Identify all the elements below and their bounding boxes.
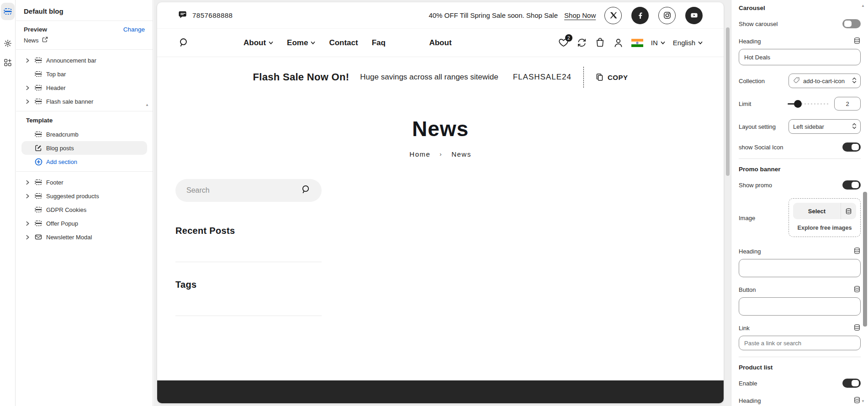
sidebar-item-label: Offer Popup xyxy=(46,220,78,227)
sidebar-item-offer-popup[interactable]: Offer Popup xyxy=(21,216,147,230)
dynamic-source-icon[interactable] xyxy=(853,37,861,46)
preview-heading: Preview xyxy=(24,26,47,33)
sidebar-item-label: Header xyxy=(46,84,66,91)
dynamic-source-icon[interactable] xyxy=(853,285,861,294)
panel-scroll-up-icon[interactable]: ▲ xyxy=(861,4,865,8)
chevron-right-icon[interactable] xyxy=(25,221,31,226)
compare-refresh-icon[interactable] xyxy=(577,37,587,48)
section-icon xyxy=(34,84,42,92)
x-social-icon[interactable] xyxy=(604,7,622,24)
chevron-right-icon[interactable] xyxy=(25,180,31,185)
divider xyxy=(739,357,861,357)
sidebar-item-announcement-bar[interactable]: Announcement bar xyxy=(21,53,147,67)
language-selector[interactable]: English xyxy=(673,39,703,47)
external-link-icon[interactable] xyxy=(42,37,48,44)
sidebar-item-footer[interactable]: Footer xyxy=(21,175,147,189)
add-section-button[interactable]: Add section xyxy=(21,155,147,169)
sidebar-item-gdpr-cookies[interactable]: GDPR Cookies xyxy=(21,203,147,216)
image-picker: Select Explore free images xyxy=(789,198,861,237)
instagram-social-icon[interactable] xyxy=(658,7,676,24)
dynamic-source-icon[interactable] xyxy=(853,324,861,332)
chevron-right-icon[interactable] xyxy=(25,194,31,199)
panel-scroll-down-icon[interactable]: ▼ xyxy=(861,399,865,403)
storefront-preview: 7857688888 40% OFF Till Spring Sale soon… xyxy=(157,2,724,403)
nav-link-contact[interactable]: Contact xyxy=(329,38,358,47)
sidebar-item-suggested-products[interactable]: Suggested products xyxy=(21,189,147,203)
flash-sale-subtitle: Huge savings across all ranges sitewide xyxy=(360,73,498,82)
show-promo-toggle[interactable] xyxy=(842,180,861,190)
cart-bag-icon[interactable] xyxy=(595,37,605,48)
slider-handle[interactable] xyxy=(794,100,802,108)
country-selector[interactable]: IN xyxy=(651,39,665,47)
dynamic-source-icon[interactable] xyxy=(853,247,861,256)
layout-setting-label: Layout setting xyxy=(739,123,776,130)
tree-scroll-up-icon[interactable]: ▲ xyxy=(145,103,149,107)
preview-scrollbar[interactable] xyxy=(726,27,730,176)
chevron-right-icon[interactable] xyxy=(25,58,31,63)
nav-link-about[interactable]: About xyxy=(243,38,273,47)
breadcrumb-home-link[interactable]: Home xyxy=(409,150,430,158)
sidebar-item-label: Flash sale banner xyxy=(46,98,93,105)
recent-posts-heading: Recent Posts xyxy=(175,226,322,236)
promo-heading-input[interactable] xyxy=(739,259,861,277)
enable-toggle[interactable] xyxy=(842,379,861,388)
section-icon xyxy=(34,178,42,186)
chevron-right-icon[interactable] xyxy=(25,85,31,90)
section-icon xyxy=(34,206,42,214)
promo-link-label: Link xyxy=(739,325,750,332)
chevron-down-icon xyxy=(661,41,665,45)
nav-link-eome[interactable]: Eome xyxy=(287,38,315,47)
sidebar-item-breadcrumb[interactable]: Breadcrumb xyxy=(21,127,147,141)
image-select-button[interactable]: Select xyxy=(793,203,856,219)
layout-setting-select[interactable]: Left sidebar xyxy=(789,119,861,134)
sidebar-item-newsletter-modal[interactable]: Newsletter Modal xyxy=(21,230,147,244)
account-person-icon[interactable] xyxy=(613,37,624,48)
sidebar-item-top-bar[interactable]: Top bar xyxy=(21,67,147,81)
panel-scrollbar[interactable] xyxy=(863,192,867,327)
shop-now-link[interactable]: Shop Now xyxy=(564,11,596,19)
youtube-social-icon[interactable] xyxy=(685,7,703,24)
select-chevrons-icon xyxy=(852,122,857,131)
promo-button-input[interactable] xyxy=(739,297,861,316)
layout-setting-value: Left sidebar xyxy=(793,123,849,130)
sections-icon xyxy=(4,7,12,16)
blog-search-input[interactable] xyxy=(186,186,301,195)
nav-link-faq[interactable]: Faq xyxy=(372,38,386,47)
promo-link-input[interactable] xyxy=(739,336,861,350)
facebook-social-icon[interactable] xyxy=(631,7,649,24)
promo-button-label: Button xyxy=(739,286,756,293)
product-list-section-title: Product list xyxy=(739,364,861,371)
apps-rail-button[interactable] xyxy=(1,54,15,71)
copy-code-button[interactable]: COPY xyxy=(596,73,628,81)
nav-link-label: Faq xyxy=(372,38,386,47)
section-icon xyxy=(34,97,42,105)
dynamic-source-icon[interactable] xyxy=(853,396,861,405)
show-carousel-toggle[interactable] xyxy=(842,19,861,28)
sidebar-item-flash-sale-banner[interactable]: Flash sale banner xyxy=(21,95,147,108)
carousel-heading-input[interactable] xyxy=(739,49,861,65)
sections-rail-button[interactable] xyxy=(1,3,15,20)
explore-free-images-link[interactable]: Explore free images xyxy=(793,225,856,231)
settings-rail-button[interactable] xyxy=(1,35,15,52)
image-label: Image xyxy=(739,215,755,221)
carousel-section-title: Carousel xyxy=(739,5,861,11)
show-social-icon-toggle[interactable] xyxy=(842,142,861,152)
search-submit-icon[interactable] xyxy=(301,184,312,197)
search-icon[interactable] xyxy=(178,37,190,48)
flash-sale-banner: Flash Sale Now On! Huge savings across a… xyxy=(157,57,724,99)
limit-slider[interactable] xyxy=(788,100,829,108)
sidebar-item-header[interactable]: Header xyxy=(21,81,147,95)
change-preview-link[interactable]: Change xyxy=(123,26,145,33)
sidebar-item-blog-posts[interactable]: Blog posts xyxy=(21,141,147,155)
limit-number-input[interactable] xyxy=(834,97,861,111)
collection-label: Collection xyxy=(739,78,765,84)
chevron-right-icon[interactable] xyxy=(25,99,31,104)
tag-icon xyxy=(793,77,800,85)
nav-center-about-link[interactable]: About xyxy=(429,38,451,47)
chevron-right-icon[interactable] xyxy=(25,235,31,240)
wishlist-heart-icon[interactable]: 2 xyxy=(558,37,569,48)
dynamic-source-icon[interactable] xyxy=(841,203,856,219)
phone-contact[interactable]: 7857688888 xyxy=(178,10,233,21)
flash-sale-title: Flash Sale Now On! xyxy=(253,71,349,83)
collection-select[interactable]: add-to-cart-icon xyxy=(789,74,861,88)
